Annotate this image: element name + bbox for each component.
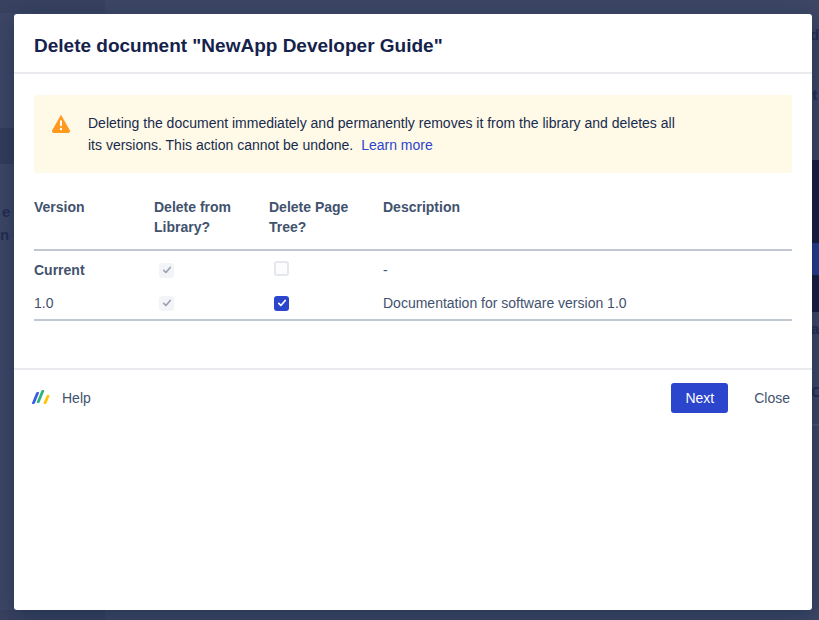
help-link[interactable]: Help <box>34 390 91 406</box>
warning-banner: Deleting the document immediately and pe… <box>34 95 792 173</box>
column-header-delete-page-tree: Delete Page Tree? <box>269 197 383 249</box>
description-cell: - <box>383 262 792 278</box>
learn-more-link[interactable]: Learn more <box>361 137 433 153</box>
warning-triangle-icon <box>51 113 71 137</box>
dialog-header: Delete document "NewApp Developer Guide" <box>14 14 812 74</box>
delete-document-dialog: Delete document "NewApp Developer Guide"… <box>14 14 812 610</box>
versions-table-rows: Current - 1.0 <box>34 251 792 321</box>
backdrop-text-fragment: e <box>2 204 10 219</box>
dialog-footer: Help Next Close <box>14 368 812 426</box>
dialog-empty-space <box>14 426 812 610</box>
backdrop-text-fragment: C <box>811 384 819 399</box>
column-header-version: Version <box>34 197 154 229</box>
backdrop-shape <box>0 0 105 13</box>
delete-page-tree-checkbox-current[interactable] <box>274 261 289 276</box>
table-row-current: Current - <box>34 253 792 287</box>
scroll-app-logo-icon <box>34 390 54 406</box>
warning-text: Deleting the document immediately and pe… <box>88 112 688 156</box>
close-button[interactable]: Close <box>752 390 792 406</box>
column-header-description: Description <box>383 197 792 229</box>
versions-table-header: Version Delete from Library? Delete Page… <box>34 197 792 251</box>
dialog-body: Deleting the document immediately and pe… <box>14 74 812 321</box>
next-button[interactable]: Next <box>671 383 728 413</box>
dialog-title: Delete document "NewApp Developer Guide" <box>34 33 792 72</box>
backdrop-shape <box>0 128 14 164</box>
table-row-1-0: 1.0 Documentation for software version 1… <box>34 287 792 319</box>
help-label: Help <box>62 390 91 406</box>
delete-page-tree-checkbox-1-0[interactable] <box>274 296 289 311</box>
version-cell: Current <box>34 262 154 278</box>
backdrop-text-fragment: a <box>811 321 819 336</box>
backdrop-shape <box>0 610 105 620</box>
delete-from-library-checkbox-1-0 <box>159 296 174 311</box>
versions-table: Version Delete from Library? Delete Page… <box>34 197 792 321</box>
footer-buttons: Next Close <box>671 383 792 413</box>
version-cell: 1.0 <box>34 295 154 311</box>
backdrop-shape <box>811 424 819 426</box>
delete-from-library-checkbox-current <box>159 263 174 278</box>
description-cell: Documentation for software version 1.0 <box>383 295 792 311</box>
column-header-delete-from-library: Delete from Library? <box>154 197 269 249</box>
